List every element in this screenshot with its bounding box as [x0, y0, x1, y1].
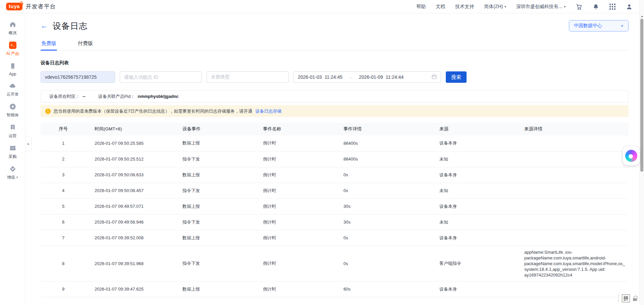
table-cell [516, 281, 629, 297]
logo-wave-icon [20, 1, 23, 5]
search-button[interactable]: 搜索 [446, 71, 467, 83]
date-range-picker[interactable]: 2026-01-03 11:24:45 → 2026-01-09 11:24:4… [293, 71, 441, 83]
event-type-select[interactable]: 全部类型 [207, 71, 289, 83]
ime-toolbar[interactable]: 拼 [618, 294, 637, 302]
table-cell: 30s [335, 198, 431, 214]
nav-help[interactable]: 帮助 [416, 4, 426, 10]
assistant-swirl-icon [625, 150, 637, 162]
table-cell: 未知 [431, 183, 516, 198]
sidebar-item-cloud-dev[interactable]: 云开发 [0, 82, 25, 97]
datacenter-select[interactable]: 中国数据中心 ∨ [569, 20, 629, 32]
bookmark-star-icon [9, 124, 16, 131]
ime-drag-handle[interactable] [618, 294, 619, 302]
table-cell [516, 167, 629, 183]
table-row: 32026-01-07 09:50:08.633数据上报倒计时0s设备本身 [41, 167, 629, 183]
table-cell [516, 214, 629, 230]
account-menu[interactable]: 深圳市盛创威科技有... ▾ [516, 4, 566, 10]
table-cell: 2026-01-07 09:49:56.946 [86, 214, 174, 230]
sidebar-item-ai-products[interactable]: >_ AI 产品 [0, 42, 25, 57]
sidebar-item-label: AI 产品 [6, 51, 19, 57]
scrollbar-thumb[interactable] [640, 19, 643, 172]
cloud-icon [9, 82, 17, 89]
tab-free[interactable]: 免费版 [41, 38, 57, 50]
sidebar-item-agent[interactable]: 智能体 [0, 103, 25, 118]
ime-pinyin-indicator[interactable]: 拼 [622, 294, 630, 302]
ai-assistant-button[interactable] [623, 146, 640, 165]
table-cell: 倒计时 [254, 214, 335, 230]
table-cell [516, 198, 629, 214]
bell-icon[interactable] [592, 3, 599, 10]
table-cell: 倒计时 [254, 281, 335, 297]
user-icon[interactable] [626, 3, 633, 10]
apps-grid-icon[interactable] [609, 3, 616, 10]
scroll-up-icon[interactable]: ▲ [640, 15, 644, 18]
table-cell: 数据上报 [174, 135, 254, 151]
free-version-banner: ! 您当前使用的是免费版本（保留设备近7日产生的日志信息），如需要更长时间的日志… [41, 105, 629, 117]
terminal-icon: >_ [9, 42, 16, 49]
sidebar-item-purchase[interactable]: 采购 [0, 144, 25, 160]
nav-docs[interactable]: 文档 [436, 4, 445, 10]
sidebar-item-vas[interactable]: 增值 ↗ [0, 165, 25, 180]
tab-paid[interactable]: 付费版 [77, 38, 94, 50]
table-cell [516, 135, 629, 151]
table-row: 22026-01-07 09:50:25.512指令下发倒计时86400s未知 [41, 151, 629, 167]
table-cell: 86400s [335, 135, 431, 151]
tuya-logo-text: tuya [9, 3, 20, 9]
warning-icon: ! [45, 109, 51, 114]
sidebar-item-label: 智能体 [7, 112, 19, 118]
table-header-row: 序号 时间(GMT+8) 设备事件 事件名称 事件详情 来源 来源详情 [41, 123, 629, 135]
ime-toolbar-icon[interactable] [633, 296, 637, 301]
sidebar-expand-handle[interactable]: ▶ [25, 136, 32, 151]
device-id-input[interactable] [41, 71, 115, 83]
end-time: 11:24:44 [386, 74, 404, 80]
account-label: 深圳市盛创威科技有... [516, 4, 562, 10]
table-cell: 0s [335, 183, 431, 198]
table-cell: 未知 [431, 151, 516, 167]
calendar-icon [432, 74, 437, 80]
col-index: 序号 [41, 123, 86, 135]
table-cell: 4 [41, 183, 86, 198]
sidebar-item-label: 增值 [7, 175, 15, 180]
timezone-label: 设备所在时区： [49, 94, 80, 100]
device-log-table: 序号 时间(GMT+8) 设备事件 事件名称 事件详情 来源 来源详情 1202… [41, 123, 629, 297]
expand-arrow-icon: ▶ [28, 142, 30, 145]
sidebar-item-operation[interactable]: 运营 [0, 124, 25, 139]
page-scrollbar[interactable]: ▲ [639, 0, 644, 305]
table-cell: 数据上报 [174, 281, 254, 297]
table-cell: 2026-01-07 09:50:25.512 [86, 151, 174, 167]
table-row: 72026-01-07 09:39:52.008数据上报倒计时0s设备本身 [41, 230, 629, 246]
table-cell: 2026-01-07 09:49:57.071 [86, 198, 174, 214]
phone-icon [9, 62, 16, 70]
back-icon[interactable]: ← [41, 22, 48, 29]
table-cell: 0s [335, 246, 431, 281]
col-event-detail: 事件详情 [335, 123, 431, 135]
log-storage-link[interactable]: 设备日志存储 [255, 108, 281, 114]
table-cell [516, 151, 629, 167]
language-menu[interactable]: 简体(ZH) ▾ [484, 4, 506, 10]
log-table-body: 12026-01-07 09:50:25.585数据上报倒计时86400s设备本… [41, 135, 629, 297]
table-row: 82026-01-07 09:39:51.968指令下发倒计时0s客户端指令ap… [41, 246, 629, 281]
caret-down-icon: ▾ [504, 5, 506, 8]
table-cell: 5 [41, 198, 86, 214]
sidebar-item-overview[interactable]: 概况 [0, 21, 25, 36]
table-cell: 设备本身 [431, 167, 516, 183]
table-row: 62026-01-07 09:49:56.946指令下发倒计时30s未知 [41, 214, 629, 230]
table-cell: 倒计时 [254, 151, 335, 167]
sidebar-item-app[interactable]: App [0, 62, 25, 76]
pid-value: nmmphysbkljgadnc [138, 94, 178, 99]
col-source-detail: 来源详情 [516, 123, 629, 135]
table-cell: 数据上报 [174, 230, 254, 246]
table-cell: 86400s [335, 151, 431, 167]
tuya-logo[interactable]: tuya [6, 3, 22, 10]
cart-icon[interactable] [576, 3, 582, 10]
table-cell: 设备本身 [431, 230, 516, 246]
table-row: 92026-01-07 09:39:47.625数据上报倒计时60s设备本身 [41, 281, 629, 297]
start-date: 2026-01-03 [298, 74, 322, 80]
sidebar-item-label: 概况 [9, 30, 17, 36]
page: tuya 开发者平台 帮助 文档 技术支持 简体(ZH) ▾ 深圳市盛创威科技有… [0, 0, 644, 305]
table-cell: 数据上报 [174, 167, 254, 183]
dp-id-input[interactable] [120, 71, 202, 83]
table-cell: 6 [41, 214, 86, 230]
nav-support[interactable]: 技术支持 [455, 4, 474, 10]
table-cell [516, 230, 629, 246]
